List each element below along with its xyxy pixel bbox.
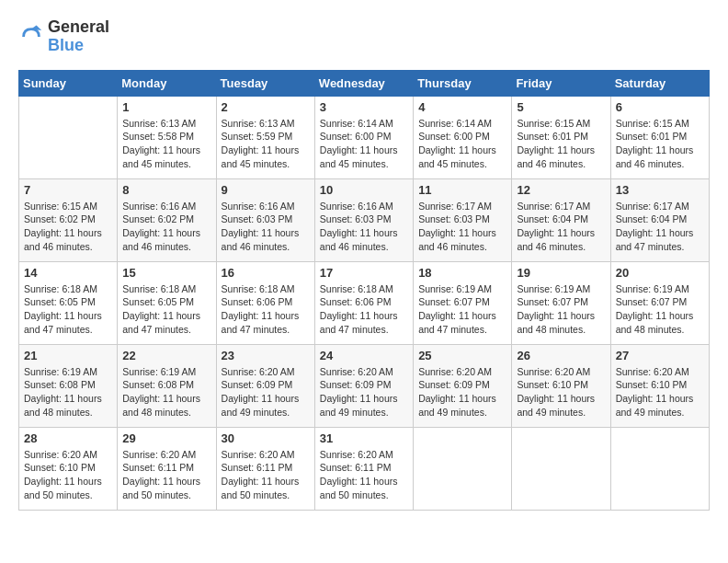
calendar-week-row: 14 Sunrise: 6:18 AM Sunset: 6:05 PM Dayl… <box>19 261 710 344</box>
day-number: 16 <box>222 266 310 280</box>
day-info: Sunrise: 6:20 AM Sunset: 6:11 PM Dayligh… <box>222 448 310 502</box>
day-number: 31 <box>320 431 408 445</box>
calendar-cell: 15 Sunrise: 6:18 AM Sunset: 6:05 PM Dayl… <box>118 261 216 344</box>
calendar-cell: 3 Sunrise: 6:14 AM Sunset: 6:00 PM Dayli… <box>314 96 413 178</box>
day-info: Sunrise: 6:18 AM Sunset: 6:05 PM Dayligh… <box>122 282 210 337</box>
day-number: 20 <box>616 266 704 280</box>
calendar-cell <box>414 427 512 510</box>
day-info: Sunrise: 6:17 AM Sunset: 6:04 PM Dayligh… <box>517 200 605 254</box>
day-info: Sunrise: 6:20 AM Sunset: 6:10 PM Dayligh… <box>517 365 605 419</box>
weekday-header: Sunday <box>19 70 118 96</box>
calendar-cell: 30 Sunrise: 6:20 AM Sunset: 6:11 PM Dayl… <box>216 427 314 510</box>
calendar-cell: 6 Sunrise: 6:15 AM Sunset: 6:01 PM Dayli… <box>610 96 709 178</box>
day-info: Sunrise: 6:13 AM Sunset: 5:59 PM Dayligh… <box>222 117 310 171</box>
day-number: 14 <box>24 266 112 280</box>
calendar-cell: 29 Sunrise: 6:20 AM Sunset: 6:11 PM Dayl… <box>118 427 216 510</box>
day-number: 1 <box>122 100 210 114</box>
day-info: Sunrise: 6:17 AM Sunset: 6:03 PM Dayligh… <box>418 200 506 254</box>
day-number: 23 <box>222 349 310 362</box>
day-info: Sunrise: 6:20 AM Sunset: 6:11 PM Dayligh… <box>320 448 408 502</box>
calendar-cell <box>19 96 118 178</box>
day-info: Sunrise: 6:19 AM Sunset: 6:08 PM Dayligh… <box>122 365 210 419</box>
day-number: 26 <box>517 349 605 362</box>
calendar-cell: 23 Sunrise: 6:20 AM Sunset: 6:09 PM Dayl… <box>216 344 314 427</box>
day-info: Sunrise: 6:20 AM Sunset: 6:10 PM Dayligh… <box>616 365 704 419</box>
day-number: 10 <box>320 183 408 197</box>
day-number: 13 <box>616 183 704 197</box>
day-number: 12 <box>517 183 605 197</box>
day-info: Sunrise: 6:14 AM Sunset: 6:00 PM Dayligh… <box>418 117 506 171</box>
day-number: 7 <box>24 183 112 197</box>
day-number: 17 <box>320 266 408 280</box>
calendar-cell <box>610 427 709 510</box>
calendar-cell: 26 Sunrise: 6:20 AM Sunset: 6:10 PM Dayl… <box>512 344 610 427</box>
weekday-header: Monday <box>118 70 216 96</box>
page-header: General Blue <box>18 18 710 55</box>
calendar-cell: 27 Sunrise: 6:20 AM Sunset: 6:10 PM Dayl… <box>610 344 709 427</box>
day-info: Sunrise: 6:18 AM Sunset: 6:05 PM Dayligh… <box>24 282 112 337</box>
calendar-cell: 14 Sunrise: 6:18 AM Sunset: 6:05 PM Dayl… <box>19 261 118 344</box>
day-info: Sunrise: 6:19 AM Sunset: 6:07 PM Dayligh… <box>616 282 704 337</box>
day-info: Sunrise: 6:16 AM Sunset: 6:03 PM Dayligh… <box>222 200 310 254</box>
day-number: 18 <box>418 266 506 280</box>
day-number: 8 <box>122 183 210 197</box>
header-row: SundayMondayTuesdayWednesdayThursdayFrid… <box>19 70 710 96</box>
day-number: 15 <box>122 266 210 280</box>
day-number: 30 <box>222 431 310 445</box>
day-number: 9 <box>222 183 310 197</box>
day-info: Sunrise: 6:15 AM Sunset: 6:01 PM Dayligh… <box>616 117 704 171</box>
calendar-week-row: 1 Sunrise: 6:13 AM Sunset: 5:58 PM Dayli… <box>19 96 710 178</box>
day-number: 4 <box>418 100 506 114</box>
day-number: 3 <box>320 100 408 114</box>
calendar-cell: 9 Sunrise: 6:16 AM Sunset: 6:03 PM Dayli… <box>216 178 314 261</box>
day-number: 22 <box>122 349 210 362</box>
day-number: 5 <box>517 100 605 114</box>
weekday-header: Wednesday <box>314 70 413 96</box>
day-info: Sunrise: 6:18 AM Sunset: 6:06 PM Dayligh… <box>222 282 310 337</box>
weekday-header: Tuesday <box>216 70 314 96</box>
calendar-cell: 20 Sunrise: 6:19 AM Sunset: 6:07 PM Dayl… <box>610 261 709 344</box>
day-number: 21 <box>24 349 112 362</box>
weekday-header: Thursday <box>414 70 512 96</box>
calendar-cell: 5 Sunrise: 6:15 AM Sunset: 6:01 PM Dayli… <box>512 96 610 178</box>
day-info: Sunrise: 6:16 AM Sunset: 6:02 PM Dayligh… <box>122 200 210 254</box>
day-number: 19 <box>517 266 605 280</box>
calendar-cell: 21 Sunrise: 6:19 AM Sunset: 6:08 PM Dayl… <box>19 344 118 427</box>
logo-text: General Blue <box>48 18 109 55</box>
calendar-week-row: 21 Sunrise: 6:19 AM Sunset: 6:08 PM Dayl… <box>19 344 710 427</box>
day-info: Sunrise: 6:19 AM Sunset: 6:08 PM Dayligh… <box>24 365 112 419</box>
weekday-header: Saturday <box>610 70 709 96</box>
calendar-week-row: 28 Sunrise: 6:20 AM Sunset: 6:10 PM Dayl… <box>19 427 710 510</box>
day-info: Sunrise: 6:18 AM Sunset: 6:06 PM Dayligh… <box>320 282 408 337</box>
calendar-cell: 19 Sunrise: 6:19 AM Sunset: 6:07 PM Dayl… <box>512 261 610 344</box>
day-info: Sunrise: 6:20 AM Sunset: 6:10 PM Dayligh… <box>24 448 112 502</box>
calendar-cell: 25 Sunrise: 6:20 AM Sunset: 6:09 PM Dayl… <box>414 344 512 427</box>
logo-icon <box>18 24 44 50</box>
day-info: Sunrise: 6:20 AM Sunset: 6:09 PM Dayligh… <box>222 365 310 419</box>
calendar-cell: 22 Sunrise: 6:19 AM Sunset: 6:08 PM Dayl… <box>118 344 216 427</box>
day-number: 11 <box>418 183 506 197</box>
calendar-cell: 24 Sunrise: 6:20 AM Sunset: 6:09 PM Dayl… <box>314 344 413 427</box>
day-info: Sunrise: 6:19 AM Sunset: 6:07 PM Dayligh… <box>517 282 605 337</box>
calendar-cell: 13 Sunrise: 6:17 AM Sunset: 6:04 PM Dayl… <box>610 178 709 261</box>
calendar-cell: 28 Sunrise: 6:20 AM Sunset: 6:10 PM Dayl… <box>19 427 118 510</box>
day-number: 27 <box>616 349 704 362</box>
day-number: 24 <box>320 349 408 362</box>
logo: General Blue <box>18 18 109 55</box>
calendar-cell: 7 Sunrise: 6:15 AM Sunset: 6:02 PM Dayli… <box>19 178 118 261</box>
calendar-cell: 4 Sunrise: 6:14 AM Sunset: 6:00 PM Dayli… <box>414 96 512 178</box>
calendar-cell: 12 Sunrise: 6:17 AM Sunset: 6:04 PM Dayl… <box>512 178 610 261</box>
day-info: Sunrise: 6:19 AM Sunset: 6:07 PM Dayligh… <box>418 282 506 337</box>
calendar-cell: 18 Sunrise: 6:19 AM Sunset: 6:07 PM Dayl… <box>414 261 512 344</box>
day-info: Sunrise: 6:14 AM Sunset: 6:00 PM Dayligh… <box>320 117 408 171</box>
day-info: Sunrise: 6:20 AM Sunset: 6:09 PM Dayligh… <box>320 365 408 419</box>
calendar-cell: 1 Sunrise: 6:13 AM Sunset: 5:58 PM Dayli… <box>118 96 216 178</box>
weekday-header: Friday <box>512 70 610 96</box>
calendar-cell: 10 Sunrise: 6:16 AM Sunset: 6:03 PM Dayl… <box>314 178 413 261</box>
day-info: Sunrise: 6:17 AM Sunset: 6:04 PM Dayligh… <box>616 200 704 254</box>
calendar-cell <box>512 427 610 510</box>
calendar-cell: 16 Sunrise: 6:18 AM Sunset: 6:06 PM Dayl… <box>216 261 314 344</box>
calendar-table: SundayMondayTuesdayWednesdayThursdayFrid… <box>18 70 710 511</box>
day-info: Sunrise: 6:20 AM Sunset: 6:11 PM Dayligh… <box>122 448 210 502</box>
day-info: Sunrise: 6:16 AM Sunset: 6:03 PM Dayligh… <box>320 200 408 254</box>
